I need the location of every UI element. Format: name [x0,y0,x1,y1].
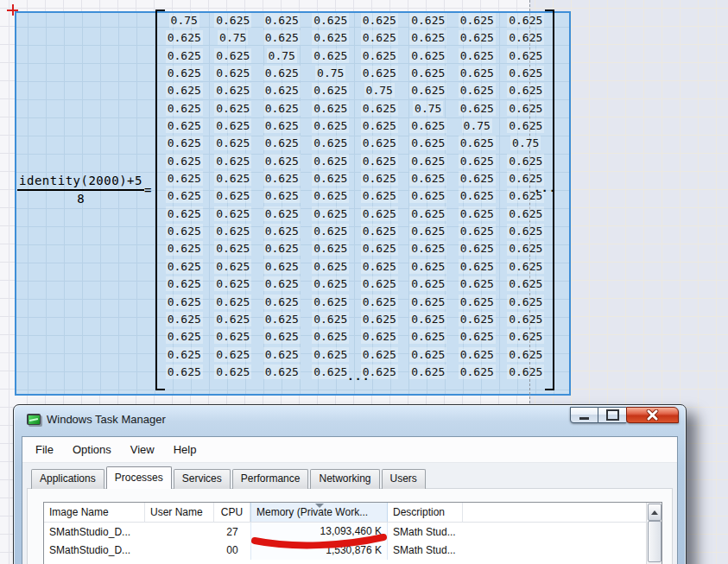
matrix-cell: 0.625 [502,117,551,135]
tab-performance[interactable]: Performance [232,469,309,489]
process-row[interactable]: SMathStudio_D...2713,093,460 KSMath Stud… [44,523,647,542]
process-cell[interactable]: 1,530,876 K [250,542,388,561]
matrix-cell: 0.625 [257,187,307,205]
matrix-cell: 0.625 [160,206,209,223]
matrix-cell: 0.625 [453,100,502,117]
matrix-cell: 0.625 [209,364,258,381]
column-header-filler [463,503,647,522]
table-scrollbar[interactable] [646,503,662,564]
process-cell[interactable]: SMath Stud... [388,544,463,556]
maximize-icon [606,409,619,421]
close-button[interactable] [626,407,679,423]
matrix-cell: 0.625 [355,276,404,293]
matrix-cell: 0.625 [160,364,209,381]
matrix-cell: 0.625 [502,311,551,328]
window-client-area: FileOptionsViewHelp ApplicationsProcesse… [22,436,678,564]
matrix-cell: 0.625 [160,346,209,364]
column-header-user-name[interactable]: User Name [145,503,214,522]
tab-services[interactable]: Services [174,469,231,489]
matrix-ellipsis-columns: ... [534,181,556,194]
column-header-cpu[interactable]: CPU [214,503,250,522]
matrix-cell: 0.625 [257,240,307,257]
menu-item-options[interactable]: Options [63,440,121,459]
matrix-cell: 0.625 [502,240,551,257]
maximize-button[interactable] [598,407,626,423]
matrix-row: 0.6250.6250.750.6250.6250.6250.6250.625 [160,48,550,65]
matrix-cell: 0.75 [307,65,356,82]
matrix-cell: 0.625 [453,276,502,293]
matrix-cell: 0.625 [404,346,453,364]
close-icon [646,409,659,421]
matrix-cell: 0.625 [307,153,356,170]
menu-bar: FileOptionsViewHelp [22,437,677,463]
matrix-cell: 0.625 [355,328,404,345]
matrix-cell: 0.625 [502,346,551,364]
tab-users[interactable]: Users [382,469,426,489]
minimize-button[interactable] [570,407,598,423]
matrix-row: 0.6250.6250.6250.6250.6250.6250.6250.625 [160,276,550,293]
matrix-result[interactable]: 0.750.6250.6250.6250.6250.6250.6250.6250… [155,10,554,390]
matrix-cell: 0.625 [453,29,502,47]
matrix-cell: 0.625 [307,223,356,240]
process-row[interactable]: SMathStudio_D...001,530,876 KSMath Stud.… [44,542,647,561]
processes-tab-page: Image Name User Name CPU Memory (Private… [27,488,673,564]
matrix-cell: 0.625 [453,223,502,240]
matrix-cell: 0.625 [257,206,307,223]
matrix-row: 0.6250.6250.6250.6250.6250.6250.6250.625 [160,294,550,311]
matrix-cell: 0.625 [209,311,258,328]
matrix-cell: 0.625 [257,346,307,364]
matrix-cell: 0.625 [355,29,404,47]
column-header-memory[interactable]: Memory (Private Work... [250,503,388,522]
matrix-cell: 0.625 [453,65,502,82]
menu-item-help[interactable]: Help [164,440,206,459]
tab-applications[interactable]: Applications [31,469,104,489]
matrix-cell: 0.625 [307,117,356,135]
matrix-cell: 0.625 [160,117,209,135]
matrix-cell: 0.625 [453,187,502,205]
column-header-description[interactable]: Description [388,503,463,522]
matrix-cell: 0.625 [307,311,356,328]
process-cell[interactable]: SMathStudio_D... [44,526,145,538]
matrix-cell: 0.625 [355,12,404,29]
matrix-cell: 0.625 [209,135,258,152]
menu-item-view[interactable]: View [121,440,164,459]
tab-networking[interactable]: Networking [310,469,379,489]
matrix-cell: 0.625 [453,294,502,311]
scroll-thumb[interactable] [648,521,662,562]
matrix-cell: 0.625 [502,223,551,240]
scroll-up-button[interactable] [648,504,662,521]
task-manager-icon [27,414,42,428]
tab-processes[interactable]: Processes [106,466,172,489]
matrix-row: 0.6250.6250.6250.6250.6250.6250.6250.625 [160,346,550,364]
matrix-cell: 0.625 [404,240,453,257]
matrix-cell: 0.625 [160,153,209,170]
matrix-cell: 0.625 [355,48,404,65]
matrix-row: 0.6250.6250.6250.6250.6250.6250.6250.75 [160,135,550,152]
matrix-cell: 0.625 [502,48,551,65]
matrix-cell: 0.625 [453,135,502,152]
matrix-cell: 0.625 [404,170,453,187]
sort-descending-icon [315,504,324,508]
math-expression[interactable]: identity(2000)+5 8 [17,174,144,206]
process-cell[interactable]: 00 [214,544,250,556]
matrix-cell: 0.625 [453,364,502,381]
process-cell[interactable]: 13,093,460 K [250,523,388,542]
matrix-cell: 0.625 [404,206,453,223]
title-bar[interactable]: Windows Task Manager [14,405,686,436]
matrix-cell: 0.625 [355,135,404,152]
matrix-ellipsis-rows: ... [347,370,370,383]
menu-item-file[interactable]: File [26,440,63,459]
process-cell[interactable]: SMath Stud... [388,526,463,538]
matrix-cell: 0.75 [209,29,258,47]
matrix-cell: 0.625 [257,65,307,82]
matrix-cell: 0.625 [404,135,453,152]
process-cell[interactable]: SMathStudio_D... [44,544,145,556]
column-header-image-name[interactable]: Image Name [44,503,145,522]
matrix-cell: 0.625 [502,153,551,170]
screen: identity(2000)+5 8 = 0.750.6250.6250.625… [0,0,728,564]
matrix-cell: 0.625 [502,100,551,117]
matrix-cell: 0.625 [404,65,453,82]
expression-denominator: 8 [17,192,144,206]
process-cell[interactable]: 27 [214,526,250,538]
matrix-cell: 0.625 [209,206,258,223]
